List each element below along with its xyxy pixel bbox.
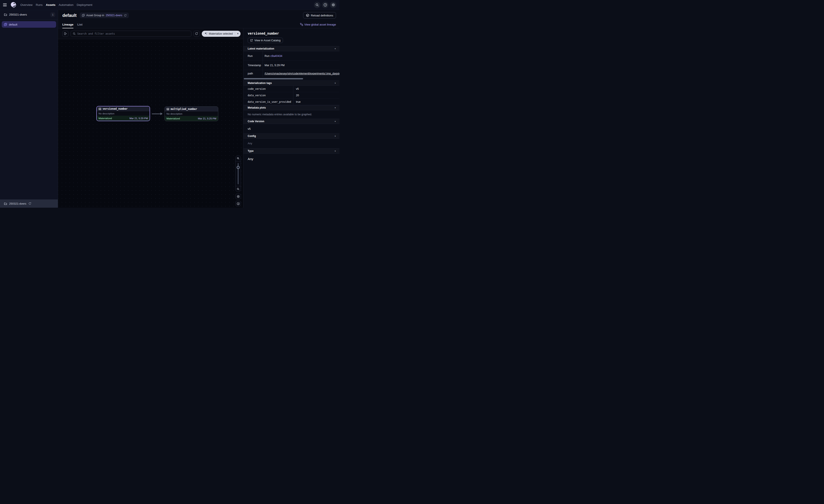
expand-sidebar-panel-button[interactable] [62,31,69,37]
asset-groups-sidebar: 250321-dvers 1 default 250321-dvers [0,10,58,208]
download-graph-button[interactable] [235,201,241,206]
run-id-link[interactable]: c9a40434 [271,54,282,57]
tag-value: true [293,99,339,105]
dagster-logo[interactable] [10,2,17,8]
materialize-selected-button[interactable]: Materialize selected ▾ [202,31,240,37]
zoom-slider[interactable] [235,161,241,186]
settings-button[interactable] [330,2,336,8]
section-code-version[interactable]: Code Version ▼ [243,119,339,124]
asset-details-panel: versioned_number View in Asset Catalog L… [243,28,339,208]
tag-key: data_version [243,92,293,98]
zoom-in-button[interactable] [235,155,241,161]
view-in-asset-catalog-label: View in Asset Catalog [254,39,281,42]
section-metadata-plots[interactable]: Metadata plots ▼ [243,105,339,110]
search-icon [73,32,76,35]
asset-search-box [71,31,191,37]
row-path-label: path [243,70,263,77]
zoom-out-icon [237,187,240,191]
asset-node-name: versioned_number [103,107,128,110]
section-materialization-tags[interactable]: Materialization tags ▼ [243,81,339,86]
nav-runs[interactable]: Runs [36,3,43,6]
primary-nav: Overview Runs Assets Automation Deployme… [20,3,92,6]
asset-node-name: multiplied_number [171,108,197,111]
zoom-slider-thumb[interactable] [237,166,240,169]
nav-automation[interactable]: Automation [59,3,73,6]
zoom-out-button[interactable] [235,186,241,192]
tab-list[interactable]: List [77,21,83,28]
chevron-down-icon: ▼ [334,82,336,84]
asset-group-badge: Asset Group in 250321-dvers [80,13,129,18]
sidebar-item-default[interactable]: default [2,21,56,28]
zoom-in-icon [237,157,240,160]
materialize-selected-label: Materialize selected [209,32,233,35]
search-input[interactable] [77,32,189,35]
sidebar-footer[interactable]: 250321-dvers [0,200,58,208]
tag-row-data-version-is-user-provided: data_version_is_user_provided true [243,99,339,105]
svg-text:?: ? [324,4,326,6]
folder-icon [4,202,7,205]
reload-definitions-button[interactable]: Reload definitions [303,12,336,19]
asset-node-multiplied-number[interactable]: multiplied_number No description Materia… [165,106,218,121]
asset-group-icon [82,14,85,17]
hamburger-menu-icon[interactable] [3,3,7,7]
nav-assets[interactable]: Assets [46,3,56,6]
tab-lineage[interactable]: Lineage [62,21,73,28]
tag-key: code_version [243,86,293,92]
panel-toggle-icon [64,32,67,35]
config-value: Any [243,139,339,148]
badge-prefix: Asset Group in [86,14,104,17]
section-config[interactable]: Config ▼ [243,133,339,139]
page-title: default [62,13,77,18]
section-type[interactable]: Type ▼ [243,148,339,154]
search-button[interactable] [314,2,320,8]
row-timestamp: Timestamp Mar 21, 5:29 PM [243,61,339,70]
chevron-down-icon: ▼ [334,107,336,109]
tabs-row: Lineage List View global asset lineage [58,21,339,28]
asset-node-description: No description [165,111,218,116]
reload-cube-icon [306,14,309,17]
lineage-graph-canvas[interactable]: versioned_number No description Material… [58,39,243,208]
view-global-asset-lineage-link[interactable]: View global asset lineage [300,21,336,28]
section-latest-materialization[interactable]: Latest materialization ▼ [243,46,339,51]
search-icon [315,3,319,7]
sidebar-footer-label: 250321-dvers [9,202,26,205]
asset-node-timestamp: Mar 21, 5:29 PM [129,117,148,120]
reload-definitions-label: Reload definitions [311,14,333,17]
path-link[interactable]: /Users/smackesey/stm/code/elementl/exper… [265,72,339,75]
asset-node-status: Materialized [99,117,112,120]
graph-zoom-controls [235,155,241,206]
chevron-down-icon: ▼ [334,150,336,152]
gear-icon [331,3,335,7]
sync-icon[interactable] [28,202,31,205]
sidebar-group-label: 250321-dvers [9,13,27,16]
nav-deployment[interactable]: Deployment [77,3,92,6]
asset-node-description: No description [97,111,149,116]
badge-group-link[interactable]: 250321-dvers [106,14,122,17]
refresh-graph-button[interactable] [194,31,200,37]
help-button[interactable]: ? [322,2,328,8]
asset-node-status: Materialized [167,117,180,120]
nav-overview[interactable]: Overview [20,3,32,6]
lineage-graph-column: Materialize selected ▾ [58,28,243,208]
run-value-prefix: Run [265,54,270,57]
row-timestamp-value: Mar 21, 5:29 PM [263,61,339,70]
horizontal-scrollbar[interactable] [244,78,303,80]
graph-settings-button[interactable] [235,194,241,199]
materialize-dropdown-caret[interactable]: ▾ [235,31,240,37]
gear-icon [237,195,240,198]
sparkle-icon [204,32,208,35]
help-icon: ? [323,3,327,7]
lineage-graph-icon [300,23,303,26]
tag-value: 20 [293,92,339,98]
sidebar-group-row[interactable]: 250321-dvers 1 [0,10,58,19]
chevron-down-icon: ▼ [334,48,336,50]
lineage-edge [152,114,161,114]
table-icon [167,108,169,111]
sync-icon [195,32,198,35]
row-run-label: Run [243,51,263,60]
sync-icon[interactable] [124,14,127,17]
asset-node-versioned-number[interactable]: versioned_number No description Material… [96,106,150,121]
sidebar-group-count-badge: 1 [50,12,55,17]
view-in-asset-catalog-button[interactable]: View in Asset Catalog [248,38,283,43]
asset-group-icon [4,23,7,26]
